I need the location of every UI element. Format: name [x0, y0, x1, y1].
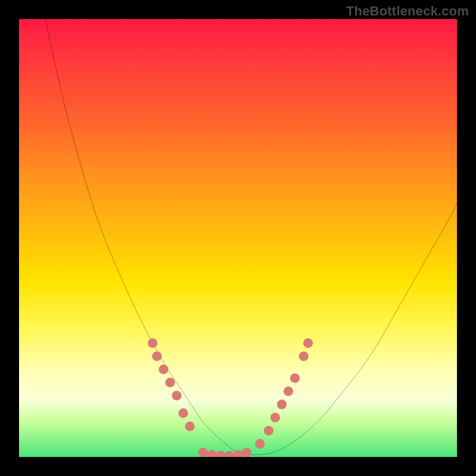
marker-dot	[277, 400, 287, 409]
marker-dot	[290, 373, 300, 383]
marker-dot	[172, 391, 181, 400]
marker-dot	[207, 450, 217, 457]
marker-dot	[178, 408, 188, 418]
marker-dot	[255, 439, 265, 449]
marker-dot	[264, 426, 273, 436]
marker-dot	[159, 365, 168, 374]
marker-dot	[284, 387, 293, 396]
marker-dot	[233, 450, 243, 457]
marker-dot	[185, 421, 195, 431]
marker-dot	[148, 339, 157, 348]
marker-dots	[148, 339, 312, 457]
curve-layer	[19, 19, 457, 457]
marker-dot	[215, 451, 225, 457]
marker-dot	[165, 378, 175, 387]
chart-stage: TheBottleneck.com	[0, 0, 476, 476]
bottleneck-curve	[45, 19, 457, 455]
marker-dot	[270, 413, 280, 422]
marker-dot	[224, 451, 234, 457]
marker-dot	[303, 339, 313, 348]
watermark-text: TheBottleneck.com	[346, 4, 469, 19]
marker-dot	[152, 352, 162, 361]
marker-dot	[299, 352, 308, 361]
marker-dot	[242, 448, 252, 457]
plot-area	[19, 19, 457, 457]
marker-dot	[198, 448, 208, 457]
